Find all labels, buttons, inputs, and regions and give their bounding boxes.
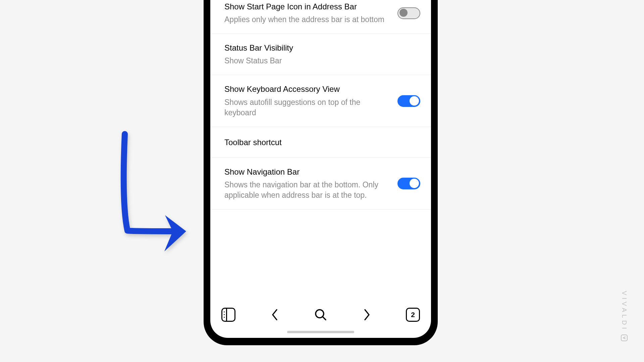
setting-subtitle: Shows the navigation bar at the bottom. … bbox=[224, 180, 391, 200]
toggle-knob bbox=[399, 9, 408, 17]
setting-text: Show Keyboard Accessory View Shows autof… bbox=[224, 84, 397, 118]
setting-title: Status Bar Visibility bbox=[224, 43, 414, 53]
search-icon bbox=[314, 308, 327, 321]
annotation-arrow-icon bbox=[114, 131, 195, 258]
setting-text: Status Bar Visibility Show Status Bar bbox=[224, 43, 420, 66]
branding-text: VIVALDI bbox=[621, 291, 628, 331]
forward-button[interactable] bbox=[359, 307, 375, 323]
toggle-start-page-icon[interactable] bbox=[397, 7, 420, 19]
bottom-navigation-bar: 2 bbox=[210, 301, 431, 338]
setting-subtitle: Show Status Bar bbox=[224, 56, 414, 66]
toggle-knob bbox=[410, 179, 419, 188]
setting-title: Show Navigation Bar bbox=[224, 167, 391, 177]
home-indicator bbox=[287, 331, 354, 333]
phone-screen: Show toolbars while scrolling Show Start… bbox=[210, 0, 431, 338]
toggle-knob bbox=[410, 96, 419, 106]
chevron-left-icon bbox=[271, 308, 279, 321]
toggle-show-navigation-bar[interactable] bbox=[397, 178, 420, 189]
back-button[interactable] bbox=[267, 307, 283, 323]
panel-icon bbox=[221, 308, 235, 322]
settings-list: Show toolbars while scrolling Show Start… bbox=[210, 0, 431, 301]
setting-start-page-icon[interactable]: Show Start Page Icon in Address Bar Appl… bbox=[210, 0, 431, 34]
setting-text: Show Navigation Bar Shows the navigation… bbox=[224, 167, 397, 200]
tabs-button[interactable]: 2 bbox=[405, 307, 421, 323]
setting-show-navigation-bar[interactable]: Show Navigation Bar Shows the navigation… bbox=[210, 158, 431, 209]
search-button[interactable] bbox=[313, 307, 329, 323]
vivaldi-branding: VIVALDI bbox=[621, 291, 628, 341]
svg-line-1 bbox=[323, 317, 326, 320]
setting-subtitle: Shows autofill suggestions on top of the… bbox=[224, 97, 391, 118]
setting-title: Show Keyboard Accessory View bbox=[224, 84, 391, 94]
tab-count-badge: 2 bbox=[406, 308, 420, 322]
setting-status-bar-visibility[interactable]: Status Bar Visibility Show Status Bar bbox=[210, 34, 431, 75]
setting-title: Show Start Page Icon in Address Bar bbox=[224, 1, 391, 12]
phone-frame: Show toolbars while scrolling Show Start… bbox=[204, 0, 438, 345]
setting-title: Toolbar shortcut bbox=[224, 137, 414, 147]
toggle-keyboard-accessory[interactable] bbox=[397, 95, 420, 107]
vivaldi-logo-icon bbox=[621, 335, 628, 341]
chevron-right-icon bbox=[363, 308, 371, 321]
panel-button[interactable] bbox=[220, 307, 236, 323]
tab-count-value: 2 bbox=[411, 311, 415, 319]
setting-subtitle: Applies only when the address bar is at … bbox=[224, 14, 391, 25]
setting-toolbar-shortcut[interactable]: Toolbar shortcut bbox=[210, 127, 431, 158]
setting-keyboard-accessory[interactable]: Show Keyboard Accessory View Shows autof… bbox=[210, 75, 431, 127]
setting-text: Show Start Page Icon in Address Bar Appl… bbox=[224, 1, 397, 25]
setting-text: Toolbar shortcut bbox=[224, 137, 420, 147]
